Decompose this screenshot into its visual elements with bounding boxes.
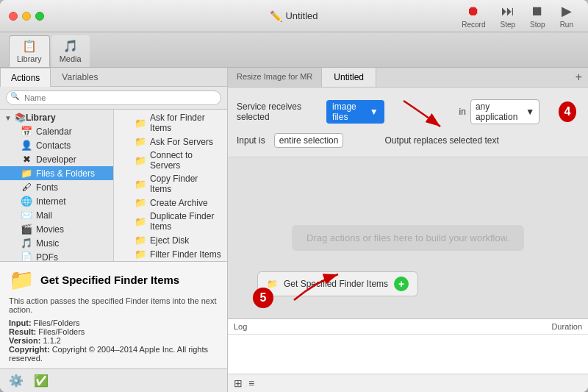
run-button[interactable]: ▶ Run (554, 0, 579, 32)
action-ask-finder[interactable]: 📁 Ask for Finder Items (114, 111, 227, 135)
document-icon: ✏️ (270, 10, 282, 22)
action-eject[interactable]: 📁 Eject Disk (114, 233, 227, 247)
search-input[interactable] (6, 90, 221, 105)
action-label-3: Copy Finder Items (150, 174, 221, 194)
add-item-button[interactable]: + (394, 277, 409, 291)
workflow-canvas[interactable]: Drag actions or files here to build your… (228, 157, 588, 318)
sidebar-item-contacts[interactable]: 👤 Contacts (0, 138, 113, 152)
titlebar: ✏️ Untitled ⏺ Record ⏭ Step ⏹ Stop ▶ Run (0, 0, 588, 32)
tab-spacer (376, 68, 570, 87)
action-label-1: Ask For Servers (150, 137, 213, 147)
list-view-button[interactable]: ≡ (248, 377, 254, 389)
record-button[interactable]: ⏺ Record (456, 1, 491, 32)
stop-button[interactable]: ⏹ Stop (524, 1, 551, 32)
output-replaces-label: Output replaces selected text (384, 135, 498, 146)
result-meta-label: Result: (9, 327, 36, 336)
app-window: ✏️ Untitled ⏺ Record ⏭ Step ⏹ Stop ▶ Run (0, 0, 588, 392)
movies-icon: 🎬 (21, 224, 32, 235)
add-tab-button[interactable]: + (570, 68, 588, 87)
image-files-select[interactable]: image files ▼ (326, 100, 384, 124)
description-panel: 📁 Get Specified Finder Items This action… (0, 261, 227, 368)
variables-tab[interactable]: Variables (51, 68, 109, 86)
fonts-icon: 🖋 (21, 182, 32, 193)
gear-button[interactable]: ⚙️ (6, 372, 26, 389)
action-copy-finder[interactable]: 📁 Copy Finder Items (114, 172, 227, 196)
music-label: Music (36, 238, 59, 249)
result-meta-value: Files/Folders (38, 327, 85, 336)
library-section-header[interactable]: ▼ 📚 Library (0, 111, 113, 124)
action-icon-3: 📁 (135, 179, 146, 190)
main-content: Actions Variables ▼ 📚 Library (0, 68, 588, 392)
resize-tab[interactable]: Resize Image for MR (228, 68, 321, 87)
tab-library[interactable]: 📋 Library (9, 35, 50, 67)
sidebar-item-developer[interactable]: ✖ Developer (0, 152, 113, 166)
annotation-arrow-4 (396, 93, 455, 130)
version-meta-label: Version: (9, 336, 40, 345)
internet-label: Internet (36, 196, 66, 207)
check-button[interactable]: ✅ (31, 372, 51, 389)
action-create-archive[interactable]: 📁 Create Archive (114, 196, 227, 210)
sidebar-item-mail[interactable]: ✉️ Mail (0, 208, 113, 222)
action-icon-1: 📁 (135, 136, 146, 147)
action-filter[interactable]: 📁 Filter Finder Items (114, 247, 227, 261)
action-label-7: Filter Finder Items (150, 249, 221, 260)
workflow-item-icon: 📁 (267, 279, 278, 289)
log-area: Log Duration ⊞ ≡ (228, 318, 588, 392)
version-meta-value: 1.1.2 (43, 336, 60, 345)
grid-view-button[interactable]: ⊞ (234, 377, 243, 389)
pdfs-icon: 📄 (21, 252, 32, 261)
action-icon-2: 📁 (135, 155, 146, 166)
library-tab-icon: 📋 (22, 39, 37, 53)
search-bar (0, 87, 227, 110)
entire-selection-select[interactable]: entire selection (274, 133, 344, 148)
contacts-label: Contacts (36, 140, 71, 151)
developer-label: Developer (36, 154, 76, 165)
library-tree: ▼ 📚 Library 📅 Calendar 👤 Contacts ✖ (0, 110, 114, 261)
left-bottom-toolbar: ⚙️ ✅ (0, 368, 227, 392)
pdfs-label: PDFs (36, 252, 58, 262)
log-bottom-bar: ⊞ ≡ (228, 374, 588, 392)
tab-media[interactable]: 🎵 Media (51, 35, 90, 67)
minimize-button[interactable] (22, 12, 31, 21)
workflow-hint: Drag actions or files here to build your… (292, 225, 524, 251)
step-button[interactable]: ⏭ Step (494, 1, 521, 32)
calendar-icon: 📅 (21, 126, 32, 137)
duration-label: Duration (551, 322, 582, 331)
fonts-label: Fonts (36, 182, 58, 193)
input-row: Input is entire selection Output replace… (237, 133, 579, 148)
log-content (228, 335, 588, 374)
run-label: Run (560, 21, 573, 29)
action-duplicate[interactable]: 📁 Duplicate Finder Items (114, 210, 227, 233)
maximize-button[interactable] (35, 12, 44, 21)
toolbar-buttons: ⏺ Record ⏭ Step ⏹ Stop ▶ Run (456, 0, 579, 32)
close-button[interactable] (9, 12, 18, 21)
sidebar-item-files-folders[interactable]: 📁 Files & Folders (0, 166, 113, 180)
contacts-icon: 👤 (21, 140, 32, 151)
entire-selection-label: entire selection (279, 135, 339, 146)
music-icon: 🎵 (21, 238, 32, 249)
any-app-select[interactable]: any application ▼ (470, 99, 539, 124)
sidebar-item-movies[interactable]: 🎬 Movies (0, 222, 113, 236)
action-ask-servers[interactable]: 📁 Ask For Servers (114, 135, 227, 149)
image-files-label: image files (332, 101, 367, 122)
copyright-meta-label: Copyright: (9, 345, 50, 354)
desc-action-icon: 📁 (9, 268, 35, 292)
sidebar-item-calendar[interactable]: 📅 Calendar (0, 124, 113, 138)
sidebar-item-fonts[interactable]: 🖋 Fonts (0, 180, 113, 194)
untitled-tab[interactable]: Untitled (321, 68, 376, 87)
workflow-item[interactable]: 📁 Get Specified Finder Items + (257, 271, 418, 296)
files-icon: 📁 (21, 168, 32, 179)
sidebar-item-internet[interactable]: 🌐 Internet (0, 194, 113, 208)
sidebar-item-pdfs[interactable]: 📄 PDFs (0, 250, 113, 261)
files-label: Files & Folders (36, 168, 95, 179)
titlebar-center: ✏️ Untitled (270, 10, 318, 22)
stop-label: Stop (530, 21, 545, 29)
sidebar-item-music[interactable]: 🎵 Music (0, 236, 113, 250)
actions-tab[interactable]: Actions (0, 68, 51, 87)
actions-list: 📁 Ask for Finder Items 📁 Ask For Servers… (114, 110, 227, 261)
desc-title-row: 📁 Get Specified Finder Items (9, 268, 218, 292)
window-title: Untitled (285, 10, 318, 21)
desc-text: This action passes the specified Finder … (9, 296, 218, 314)
left-tabs-bar: Actions Variables (0, 68, 227, 87)
action-connect-servers[interactable]: 📁 Connect to Servers (114, 149, 227, 172)
